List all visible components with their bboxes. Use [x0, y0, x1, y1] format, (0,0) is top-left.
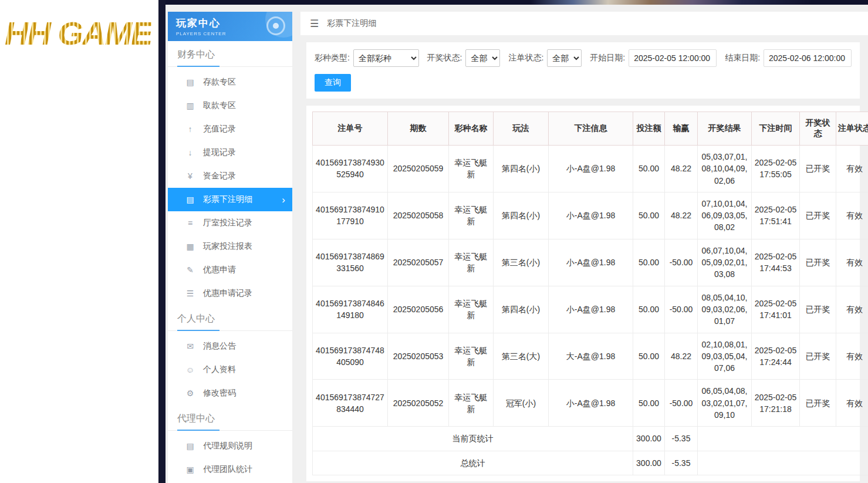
- withdraw-icon: ▥: [185, 101, 195, 110]
- table-row: 40156917387486933156020250205057幸运飞艇新第三名…: [313, 239, 868, 286]
- cell-bet_time: 2025-02-05 17:21:18: [752, 380, 800, 427]
- sidebar-item-profile[interactable]: ☺个人资料: [168, 358, 292, 381]
- cell-period: 20250205056: [388, 286, 449, 333]
- col-bet_status: 注单状态: [836, 112, 868, 146]
- cell-period: 20250205058: [388, 192, 449, 239]
- sidebar-item-withdrawal-record[interactable]: ↓提现记录: [168, 141, 292, 164]
- cell-bet_no: 401569173874930525940: [313, 146, 388, 192]
- start-date-input[interactable]: [629, 49, 717, 67]
- cell-bet_time: 2025-02-05 17:41:01: [752, 286, 800, 333]
- cell-bet_info: 小-A盘@1.98: [549, 380, 633, 427]
- cell-winloss: 48.22: [665, 192, 698, 239]
- profile-icon: ☺: [185, 365, 195, 374]
- col-draw_status: 开奖状态: [800, 112, 836, 146]
- cell-winloss: -50.00: [665, 286, 698, 333]
- sidebar-section-title: 个人中心: [168, 305, 292, 331]
- summary-row: 当前页统计300.00-5.35: [313, 427, 868, 451]
- cell-lottery_name: 幸运飞艇新: [449, 286, 494, 333]
- col-bet_info: 下注信息: [549, 112, 633, 146]
- table-row: 40156917387472783444020250205052幸运飞艇新冠军(…: [313, 380, 868, 427]
- cell-bet_amount: 50.00: [633, 192, 665, 239]
- search-button[interactable]: 查询: [315, 74, 351, 92]
- announcement-icon: ✉: [185, 342, 195, 351]
- cell-play: 第三名(大): [494, 333, 549, 380]
- cell-bet_status: 有效: [836, 146, 868, 192]
- cell-bet_amount: 50.00: [633, 380, 665, 427]
- draw-status-label: 开奖状态:: [427, 53, 462, 63]
- lottery-type-select[interactable]: 全部彩种: [353, 49, 419, 67]
- summary-row: 总统计300.00-5.35: [313, 451, 868, 475]
- cell-bet_amount: 50.00: [633, 239, 665, 286]
- cell-winloss: 48.22: [665, 333, 698, 380]
- sidebar-item-hall-bet-records[interactable]: ≡厅室投注记录: [168, 211, 292, 235]
- sidebar-item-label: 代理规则说明: [203, 441, 252, 451]
- sidebar-item-label: 提现记录: [203, 147, 236, 158]
- sidebar-item-lottery-bet-details[interactable]: ▤彩票下注明细›: [168, 188, 292, 211]
- summary-bet-total: 300.00: [633, 451, 665, 475]
- cell-play: 第四名(小): [494, 192, 549, 239]
- sidebar-item-agent-rules[interactable]: ▤代理规则说明: [168, 434, 292, 458]
- cell-period: 20250205059: [388, 146, 449, 192]
- sidebar-item-withdraw[interactable]: ▥取款专区: [168, 94, 292, 117]
- cell-lottery_name: 幸运飞艇新: [449, 146, 494, 192]
- lottery-bet-details-icon: ▤: [185, 195, 195, 204]
- sidebar-item-recharge-record[interactable]: ↑充值记录: [168, 117, 292, 141]
- agent-rules-icon: ▤: [185, 441, 195, 451]
- sidebar-item-promo-apply-records[interactable]: ☰优惠申请记录: [168, 282, 292, 305]
- bet-status-select[interactable]: 全部: [547, 49, 582, 67]
- sidebar-item-label: 优惠申请: [203, 265, 236, 275]
- draw-status-select[interactable]: 全部: [465, 49, 500, 67]
- agent-team-stats-icon: ▣: [185, 465, 195, 474]
- cell-bet_time: 2025-02-05 17:44:53: [752, 239, 800, 286]
- app-window: 玩家中心 PLAYERS CENTER 财务中心▤存款专区▥取款专区↑充值记录↓…: [166, 0, 868, 483]
- players-center-title: 玩家中心: [176, 16, 284, 30]
- cell-bet_no: 401569173874846149180: [313, 286, 388, 333]
- brand-logo: HH GAME: [5, 14, 151, 52]
- sidebar-item-label: 彩票下注明细: [203, 194, 252, 205]
- summary-winloss-total: -5.35: [665, 451, 698, 475]
- table-row: 40156917387474840509020250205053幸运飞艇新第三名…: [313, 333, 868, 380]
- cell-bet_no: 401569173874869331560: [313, 239, 388, 286]
- sidebar-item-label: 个人资料: [203, 364, 236, 375]
- cell-lottery_name: 幸运飞艇新: [449, 333, 494, 380]
- table-row: 40156917387491017791020250205058幸运飞艇新第四名…: [313, 192, 868, 239]
- sidebar-item-funds-record[interactable]: ¥资金记录: [168, 164, 292, 188]
- cell-draw_result: 07,10,01,04,06,09,03,05,08,02: [698, 192, 752, 239]
- bet-status-label: 注单状态:: [508, 53, 543, 63]
- summary-winloss-total: -5.35: [665, 427, 698, 451]
- cell-bet_info: 小-A盘@1.98: [549, 146, 633, 192]
- sidebar: 玩家中心 PLAYERS CENTER 财务中心▤存款专区▥取款专区↑充值记录↓…: [168, 12, 292, 483]
- cell-play: 冠军(小): [494, 380, 549, 427]
- menu-toggle-icon[interactable]: ☰: [310, 18, 319, 30]
- cell-winloss: 48.22: [665, 146, 698, 192]
- change-password-icon: ⚙: [185, 389, 195, 398]
- cell-bet_time: 2025-02-05 17:24:44: [752, 333, 800, 380]
- cell-lottery_name: 幸运飞艇新: [449, 380, 494, 427]
- col-lottery_name: 彩种名称: [449, 112, 494, 146]
- browser-top-strip: [166, 0, 868, 5]
- promo-apply-icon: ✎: [185, 265, 195, 275]
- sidebar-item-player-bet-report[interactable]: ▦玩家投注报表: [168, 235, 292, 258]
- cell-bet_status: 有效: [836, 333, 868, 380]
- cell-draw_status: 已开奖: [800, 192, 836, 239]
- sidebar-item-label: 优惠申请记录: [203, 288, 252, 299]
- end-date-input[interactable]: [764, 49, 852, 67]
- cell-bet_info: 小-A盘@1.98: [549, 239, 633, 286]
- sidebar-item-change-password[interactable]: ⚙修改密码: [168, 381, 292, 405]
- chevron-right-icon: ›: [282, 195, 285, 205]
- bets-table: 注单号期数彩种名称玩法下注信息投注额输赢开奖结果下注时间开奖状态注单状态 401…: [312, 112, 868, 475]
- sidebar-item-announcement[interactable]: ✉消息公告: [168, 335, 292, 358]
- sidebar-item-label: 消息公告: [203, 341, 236, 352]
- sidebar-item-agent-team-stats[interactable]: ▣代理团队统计: [168, 458, 292, 481]
- cell-play: 第三名(小): [494, 239, 549, 286]
- sidebar-section-title: 代理中心: [168, 405, 292, 431]
- cell-period: 20250205053: [388, 333, 449, 380]
- sidebar-item-promo-apply[interactable]: ✎优惠申请: [168, 258, 292, 282]
- cell-lottery_name: 幸运飞艇新: [449, 192, 494, 239]
- sidebar-item-label: 充值记录: [203, 124, 236, 134]
- end-date-label: 结束日期:: [725, 53, 760, 63]
- summary-label: 当前页统计: [313, 427, 633, 451]
- sidebar-menu: 财务中心▤存款专区▥取款专区↑充值记录↓提现记录¥资金记录▤彩票下注明细›≡厅室…: [168, 41, 292, 481]
- cell-bet_time: 2025-02-05 17:55:05: [752, 146, 800, 192]
- sidebar-item-deposit[interactable]: ▤存款专区: [168, 70, 292, 94]
